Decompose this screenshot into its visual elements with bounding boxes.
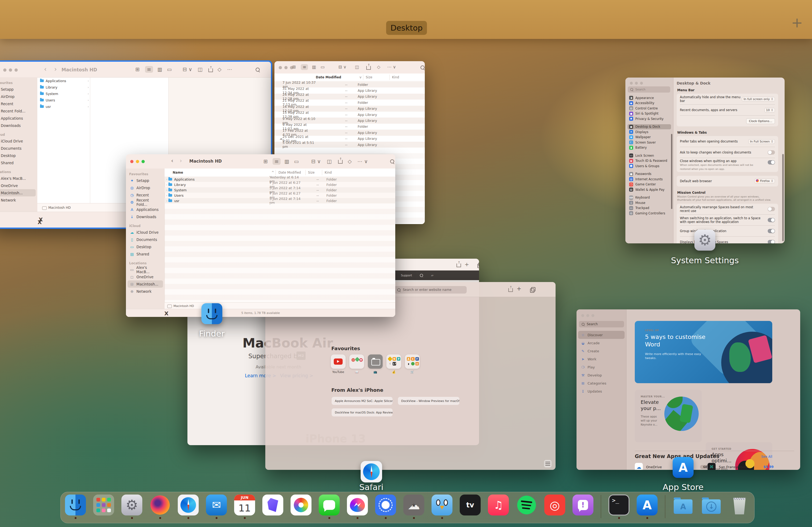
dock-messages[interactable]: [319, 495, 340, 515]
minimize-button[interactable]: [136, 160, 139, 163]
icon-view-button[interactable]: ⊞: [292, 65, 296, 69]
disclosure-chevron[interactable]: ›: [166, 194, 167, 197]
window-controls[interactable]: [581, 314, 595, 317]
sidebar-item[interactable]: ◻OneDrive: [128, 273, 163, 281]
file-row[interactable]: Library ›: [37, 84, 90, 90]
new-tab-icon[interactable]: +: [517, 286, 521, 292]
space-desktop[interactable]: Desktop: [386, 21, 427, 35]
forward-button[interactable]: ›: [54, 66, 57, 73]
appstore-sidebar-item[interactable]: ⊞ Categories: [578, 379, 625, 387]
close-window-button[interactable]: X: [164, 310, 168, 317]
sidebar-item[interactable]: ⊟Macintosh...: [0, 189, 36, 196]
column-kind[interactable]: Kind: [392, 75, 399, 79]
settings-sidebar-item[interactable]: ▮ Battery: [627, 145, 671, 151]
column-date[interactable]: Date Modified: [278, 171, 301, 175]
appstore-sidebar-item[interactable]: ↧ Updates: [578, 387, 625, 395]
favourite-folder-tv[interactable]: 📺: [368, 355, 383, 374]
sidebar-item[interactable]: ◻OneDrive: [0, 182, 36, 189]
zoom-button[interactable]: [142, 160, 145, 163]
settings-sidebar-item[interactable]: ▤ Control Centre: [627, 106, 671, 111]
group-button[interactable]: ⊟ ∨: [311, 159, 321, 164]
sidebar-item[interactable]: ◷Recent: [0, 100, 36, 107]
column-view-button[interactable]: ▥: [312, 65, 316, 69]
forward-button[interactable]: ›: [180, 158, 182, 164]
icon-view-button[interactable]: ⊞: [263, 159, 268, 164]
dock-launchpad[interactable]: [93, 495, 114, 515]
favourite-folder-shopping[interactable]: AEF◗⊡ 🛒: [405, 355, 420, 374]
finder-group-label[interactable]: Finder: [199, 329, 224, 338]
safari-app-icon[interactable]: [361, 461, 382, 482]
window-controls[interactable]: [630, 82, 643, 85]
settings-sidebar-item[interactable]: ☾ Screen Saver: [627, 140, 671, 145]
list-view-button[interactable]: ≡: [301, 64, 308, 70]
dock-alert-bubble-app[interactable]: !: [572, 495, 593, 515]
window-controls[interactable]: [3, 69, 18, 72]
reading-item[interactable]: DockView - Window Previews for macOS Doc…: [398, 397, 460, 405]
sidebar-item[interactable]: ⊕Network: [0, 196, 36, 204]
share-icon[interactable]: [508, 288, 513, 292]
sidebar-item[interactable]: ⚙Recent Fold...: [128, 199, 163, 206]
favourite-folder-finance[interactable]: NP☾17 💰: [387, 355, 401, 374]
nav-search-icon[interactable]: [420, 274, 423, 277]
window-controls[interactable]: [279, 66, 293, 69]
column-size[interactable]: Size: [308, 171, 315, 175]
sidebar-item[interactable]: ◎AirDrop: [0, 93, 36, 100]
more-button[interactable]: ⋯: [227, 67, 232, 72]
split-button[interactable]: ◫: [327, 159, 332, 164]
group-button[interactable]: ⊟ ∨: [183, 67, 192, 72]
file-row[interactable]: Users ›: [37, 97, 90, 103]
favourite-youtube[interactable]: YouTube: [331, 355, 346, 374]
clock-options-button[interactable]: Clock Options…: [746, 118, 775, 124]
settings-sidebar-item[interactable]: ▣ Desktop & Dock: [627, 124, 671, 130]
sidebar-item[interactable]: ⊟Macintosh...: [128, 281, 163, 288]
nav-item[interactable]: Support: [401, 274, 412, 277]
share-icon[interactable]: [208, 69, 213, 72]
settings-sidebar-item[interactable]: ◎ Gaming Controllers: [627, 211, 671, 216]
rearrange-spaces-toggle[interactable]: [768, 207, 775, 211]
sidebar-item[interactable]: ☁iCloud Drive: [128, 229, 163, 236]
app-store-app-icon[interactable]: A: [673, 457, 694, 478]
system-settings-window[interactable]: Search ◑ Appearance ◉ Accessibility ▤ Co…: [625, 77, 785, 243]
file-row[interactable]: usr ›: [37, 103, 90, 110]
sidebar-item[interactable]: ↓Downloads: [128, 213, 163, 220]
column-date[interactable]: Date Modified: [316, 75, 341, 79]
sidebar-scrollbar[interactable]: [671, 134, 672, 209]
dock-app-store[interactable]: A: [637, 495, 657, 515]
dock-signal[interactable]: [375, 495, 396, 515]
dock-obsidian[interactable]: [262, 495, 283, 515]
share-icon[interactable]: [338, 160, 343, 164]
menubar-dropdown[interactable]: In full screen only↕: [742, 97, 775, 102]
path-item[interactable]: Macintosh HD: [173, 304, 194, 308]
search-icon[interactable]: [420, 65, 424, 70]
tab-overview-icon[interactable]: [531, 287, 535, 291]
price-button[interactable]: $5.99: [764, 465, 773, 469]
reading-item[interactable]: Apple Announces M2 SoC: Apple Silicon fo…: [332, 397, 393, 405]
disclosure-chevron[interactable]: ›: [166, 183, 167, 186]
settings-sidebar-item[interactable]: ◉ Touch ID & Password: [627, 158, 671, 164]
tab-overview-icon[interactable]: [478, 262, 479, 267]
recents-stepper[interactable]: 10↕: [765, 108, 775, 112]
share-icon[interactable]: [366, 66, 371, 70]
sidebar-item[interactable]: ✦Setapp: [0, 86, 36, 93]
switch-space-toggle[interactable]: [768, 218, 775, 222]
dock-applications-folder[interactable]: A: [673, 495, 694, 515]
sidebar-item[interactable]: ▭Desktop: [0, 152, 36, 159]
sidebar-item[interactable]: ▤Shared: [0, 159, 36, 166]
share-icon[interactable]: [456, 264, 461, 267]
disclosure-chevron[interactable]: ›: [166, 189, 167, 192]
gallery-view-button[interactable]: ▭: [167, 67, 172, 72]
settings-sidebar-item[interactable]: ▤ Wallet & Apple Pay: [627, 187, 671, 192]
sidebar-item[interactable]: ▭Desktop: [128, 243, 163, 250]
sidebar-item[interactable]: ▭Alex's MacB...: [0, 175, 36, 182]
settings-sidebar-item[interactable]: ◑ Appearance: [627, 95, 671, 101]
settings-sidebar-item[interactable]: ▯ Mouse: [627, 200, 671, 206]
see-all-link[interactable]: See All: [761, 455, 772, 458]
app-row-sanfransymbols[interactable]: ⌘ San Fransymbols $5.99: [708, 463, 773, 470]
close-windows-toggle[interactable]: [768, 160, 775, 165]
search-icon[interactable]: [256, 67, 260, 72]
settings-sidebar-item[interactable]: ❍ Game Center: [627, 182, 671, 187]
sidebar-item[interactable]: ▯Documents: [0, 145, 36, 152]
dock-downloads-folder[interactable]: ↓: [701, 495, 722, 515]
settings-sidebar-item[interactable]: ☀ Displays: [627, 129, 671, 135]
file-row[interactable]: › usr 3 Jun 2022 at 7:14 pm -- Folder: [164, 198, 395, 204]
